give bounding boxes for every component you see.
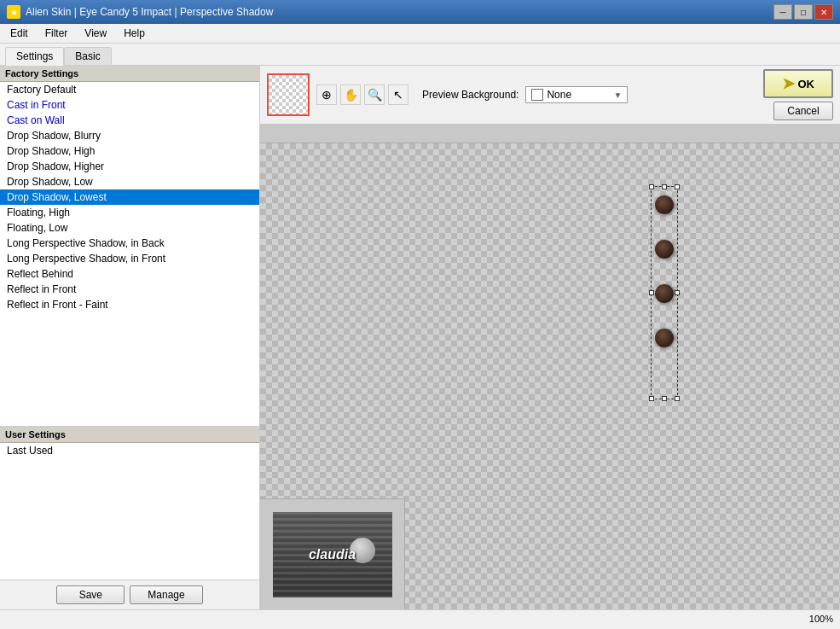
zoom-level: 100%: [809, 614, 833, 624]
close-button[interactable]: ✕: [814, 4, 833, 20]
presets-section: Factory Settings Factory Default Cast in…: [0, 66, 259, 427]
list-item[interactable]: Cast in Front: [0, 97, 259, 113]
shadow-object: [651, 186, 678, 399]
factory-settings-header: Factory Settings: [0, 66, 259, 82]
list-item[interactable]: Cast on Wall: [0, 113, 259, 128]
list-item[interactable]: Drop Shadow, Higher: [0, 159, 259, 174]
handle-top-right[interactable]: [675, 184, 680, 189]
menu-bar: Edit Filter View Help: [0, 24, 840, 44]
list-item[interactable]: Long Perspective Shadow, in Back: [0, 236, 259, 251]
list-item[interactable]: Last Used: [0, 443, 259, 458]
app-icon: ★: [7, 5, 20, 19]
title-bar: ★ Alien Skin | Eye Candy 5 Impact | Pers…: [0, 0, 840, 24]
dot-2: [655, 240, 674, 259]
presets-list[interactable]: Factory Default Cast in Front Cast on Wa…: [0, 82, 259, 426]
left-panel: Factory Settings Factory Default Cast in…: [0, 66, 260, 609]
claudia-text: claudia: [309, 547, 356, 562]
preview-canvas[interactable]: claudia: [260, 143, 840, 609]
tool-icons-group: ⊕ ✋ 🔍 ↖: [316, 84, 408, 105]
ok-cancel-area: ➤ OK Cancel: [763, 69, 834, 120]
zoom-in-icon[interactable]: ⊕: [316, 84, 337, 105]
tab-settings[interactable]: Settings: [5, 47, 64, 66]
chevron-down-icon: ▼: [613, 90, 622, 100]
handle-top-middle[interactable]: [662, 184, 667, 189]
claudia-inner: claudia: [273, 512, 392, 597]
selection-box: [651, 186, 678, 399]
window-title: Alien Skin | Eye Candy 5 Impact | Perspe…: [26, 6, 273, 18]
preview-bg-value: None: [547, 89, 571, 101]
pointer-icon[interactable]: ↖: [388, 84, 408, 105]
window-controls: ─ □ ✕: [773, 4, 833, 20]
preview-bg-label: Preview Background:: [422, 89, 518, 101]
handle-right-middle[interactable]: [675, 290, 680, 295]
handle-bottom-left[interactable]: [649, 396, 654, 401]
status-bar: 100%: [0, 609, 840, 626]
manage-button[interactable]: Manage: [130, 585, 202, 604]
list-item-selected[interactable]: Drop Shadow, Lowest: [0, 189, 259, 205]
right-top-bar: ⊕ ✋ 🔍 ↖ Preview Background: None ▼ ➤ OK …: [260, 66, 840, 125]
list-item[interactable]: Drop Shadow, Blurry: [0, 128, 259, 143]
user-settings-header: User Settings: [0, 427, 259, 443]
list-item[interactable]: Floating, High: [0, 205, 259, 220]
user-settings-list[interactable]: Last Used: [0, 443, 259, 579]
menu-help[interactable]: Help: [117, 26, 152, 41]
ok-label: OK: [798, 78, 815, 90]
preview-bg-select[interactable]: None ▼: [525, 86, 628, 103]
claudia-sample-image: claudia: [260, 498, 405, 609]
bg-color-swatch: [531, 89, 543, 101]
dot-3: [655, 284, 674, 303]
list-item[interactable]: Floating, Low: [0, 220, 259, 236]
left-bottom-buttons: Save Manage: [0, 580, 259, 609]
handle-bottom-middle[interactable]: [662, 396, 667, 401]
preview-area: claudia: [260, 125, 840, 609]
maximize-button[interactable]: □: [794, 4, 813, 20]
dots-column: [655, 195, 674, 347]
tab-basic[interactable]: Basic: [64, 47, 111, 65]
list-item[interactable]: Factory Default: [0, 82, 259, 97]
list-item[interactable]: Long Perspective Shadow, in Front: [0, 251, 259, 266]
dot-4: [655, 329, 674, 347]
right-panel: ⊕ ✋ 🔍 ↖ Preview Background: None ▼ ➤ OK …: [260, 66, 840, 609]
list-item[interactable]: Reflect Behind: [0, 266, 259, 282]
cancel-button[interactable]: Cancel: [773, 102, 833, 120]
save-button[interactable]: Save: [56, 585, 125, 604]
zoom-out-icon[interactable]: 🔍: [364, 84, 385, 105]
tabs-bar: Settings Basic: [0, 44, 840, 66]
list-item[interactable]: Reflect in Front: [0, 282, 259, 297]
menu-view[interactable]: View: [78, 26, 113, 41]
preview-header-bar: [260, 125, 840, 143]
dot-1: [655, 195, 674, 214]
main-area: Factory Settings Factory Default Cast in…: [0, 66, 840, 609]
list-item[interactable]: Drop Shadow, High: [0, 143, 259, 159]
list-item[interactable]: Drop Shadow, Low: [0, 174, 259, 189]
handle-top-left[interactable]: [649, 184, 654, 189]
preview-thumbnail: [267, 73, 310, 116]
menu-edit[interactable]: Edit: [3, 26, 35, 41]
handle-bottom-right[interactable]: [675, 396, 680, 401]
menu-filter[interactable]: Filter: [38, 26, 75, 41]
user-settings-section: User Settings Last Used: [0, 427, 259, 580]
ok-button[interactable]: ➤ OK: [763, 69, 834, 98]
handle-left-middle[interactable]: [649, 290, 654, 295]
pan-icon[interactable]: ✋: [340, 84, 361, 105]
minimize-button[interactable]: ─: [773, 4, 792, 20]
ok-arrow-icon: ➤: [782, 74, 795, 93]
list-item[interactable]: Reflect in Front - Faint: [0, 297, 259, 312]
